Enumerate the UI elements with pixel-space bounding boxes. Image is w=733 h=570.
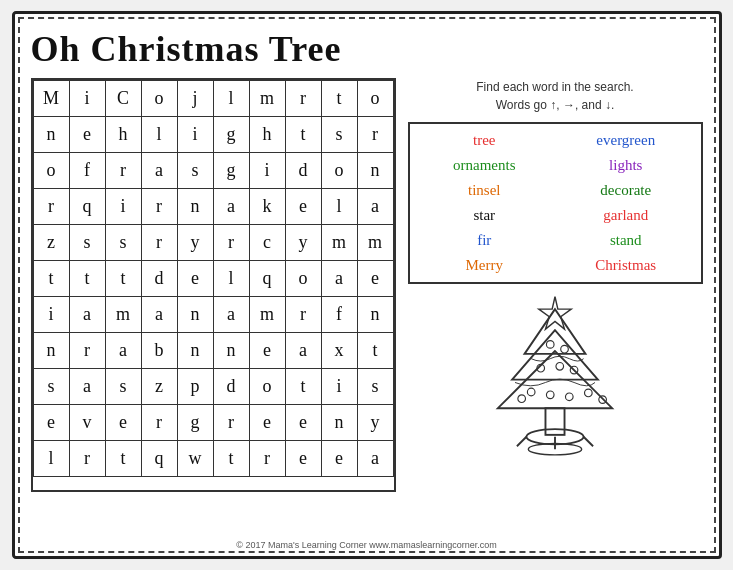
main-content: MiCojlmrtonehlightsrofrasgidonrqirnakela… [31, 78, 703, 492]
grid-cell-1-5: g [213, 117, 249, 153]
christmas-tree-image [475, 292, 635, 492]
word-left-0: tree [414, 130, 556, 151]
grid-cell-10-3: q [141, 441, 177, 477]
word-left-1: ornaments [414, 155, 556, 176]
grid-cell-9-6: e [249, 405, 285, 441]
grid-cell-3-1: q [69, 189, 105, 225]
grid-cell-9-7: e [285, 405, 321, 441]
grid-cell-7-7: a [285, 333, 321, 369]
grid-cell-10-7: e [285, 441, 321, 477]
grid-cell-5-5: l [213, 261, 249, 297]
right-panel: Find each word in the search. Words go ↑… [408, 78, 703, 492]
svg-point-4 [546, 341, 554, 349]
grid-cell-9-1: v [69, 405, 105, 441]
word-left-3: star [414, 205, 556, 226]
grid-cell-7-4: n [177, 333, 213, 369]
grid-cell-7-8: x [321, 333, 357, 369]
grid-cell-4-7: y [285, 225, 321, 261]
grid-cell-6-6: m [249, 297, 285, 333]
svg-point-12 [585, 389, 593, 397]
grid-cell-10-1: r [69, 441, 105, 477]
grid-cell-2-6: i [249, 153, 285, 189]
grid-cell-1-4: i [177, 117, 213, 153]
word-right-0: evergreen [555, 130, 697, 151]
svg-rect-15 [545, 408, 564, 435]
grid-cell-6-0: i [33, 297, 69, 333]
grid-cell-5-7: o [285, 261, 321, 297]
grid-cell-0-5: l [213, 81, 249, 117]
grid-cell-9-9: y [357, 405, 393, 441]
grid-cell-2-2: r [105, 153, 141, 189]
grid-cell-7-1: r [69, 333, 105, 369]
word-right-1: lights [555, 155, 697, 176]
svg-point-9 [527, 388, 535, 396]
grid-cell-4-6: c [249, 225, 285, 261]
svg-point-10 [546, 391, 554, 399]
grid-cell-7-2: a [105, 333, 141, 369]
grid-cell-2-8: o [321, 153, 357, 189]
grid-cell-4-2: s [105, 225, 141, 261]
grid-table: MiCojlmrtonehlightsrofrasgidonrqirnakela… [33, 80, 394, 477]
grid-cell-1-8: s [321, 117, 357, 153]
grid-cell-7-6: e [249, 333, 285, 369]
svg-point-5 [561, 345, 569, 353]
grid-cell-10-0: l [33, 441, 69, 477]
svg-point-13 [518, 395, 526, 403]
grid-cell-3-4: n [177, 189, 213, 225]
svg-marker-2 [512, 330, 598, 380]
grid-cell-3-7: e [285, 189, 321, 225]
grid-cell-2-5: g [213, 153, 249, 189]
instructions-line2: Words go ↑, →, and ↓. [496, 98, 615, 112]
grid-cell-6-2: m [105, 297, 141, 333]
grid-cell-5-3: d [141, 261, 177, 297]
footer: © 2017 Mama's Learning Corner www.mamasl… [15, 540, 719, 550]
grid-cell-1-1: e [69, 117, 105, 153]
word-right-4: stand [555, 230, 697, 251]
grid-cell-2-0: o [33, 153, 69, 189]
grid-cell-6-1: a [69, 297, 105, 333]
svg-point-7 [556, 362, 564, 370]
grid-cell-8-1: a [69, 369, 105, 405]
instructions: Find each word in the search. Words go ↑… [408, 78, 703, 114]
grid-cell-7-9: t [357, 333, 393, 369]
word-left-5: Merry [414, 255, 556, 276]
grid-cell-1-6: h [249, 117, 285, 153]
grid-cell-10-9: a [357, 441, 393, 477]
grid-cell-6-9: n [357, 297, 393, 333]
grid-cell-5-1: t [69, 261, 105, 297]
grid-cell-6-5: a [213, 297, 249, 333]
grid-cell-1-0: n [33, 117, 69, 153]
grid-cell-9-4: g [177, 405, 213, 441]
grid-cell-10-4: w [177, 441, 213, 477]
grid-cell-5-6: q [249, 261, 285, 297]
grid-cell-8-6: o [249, 369, 285, 405]
grid-cell-2-9: n [357, 153, 393, 189]
words-box: treeevergreenornamentslightstinseldecora… [408, 122, 703, 284]
grid-cell-5-8: a [321, 261, 357, 297]
grid-cell-10-6: r [249, 441, 285, 477]
svg-point-11 [565, 393, 573, 401]
grid-cell-9-5: r [213, 405, 249, 441]
word-search-grid: MiCojlmrtonehlightsrofrasgidonrqirnakela… [31, 78, 396, 492]
grid-cell-8-9: s [357, 369, 393, 405]
grid-cell-7-3: b [141, 333, 177, 369]
word-left-2: tinsel [414, 180, 556, 201]
grid-cell-4-9: m [357, 225, 393, 261]
grid-cell-8-5: d [213, 369, 249, 405]
grid-cell-4-0: z [33, 225, 69, 261]
grid-cell-7-0: n [33, 333, 69, 369]
grid-cell-1-7: t [285, 117, 321, 153]
grid-cell-1-3: l [141, 117, 177, 153]
grid-cell-0-6: m [249, 81, 285, 117]
grid-cell-10-8: e [321, 441, 357, 477]
grid-cell-9-3: r [141, 405, 177, 441]
grid-cell-9-8: n [321, 405, 357, 441]
grid-cell-0-4: j [177, 81, 213, 117]
grid-cell-5-4: e [177, 261, 213, 297]
page: Oh Christmas Tree MiCojlmrtonehlightsrof… [12, 11, 722, 559]
svg-line-18 [584, 437, 594, 447]
grid-cell-0-9: o [357, 81, 393, 117]
page-title: Oh Christmas Tree [31, 28, 703, 70]
grid-cell-8-2: s [105, 369, 141, 405]
grid-cell-9-2: e [105, 405, 141, 441]
